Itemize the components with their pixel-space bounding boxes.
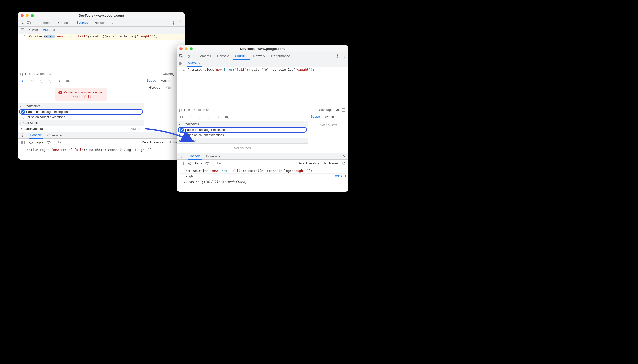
tab-elements[interactable]: Elements xyxy=(36,19,55,26)
tab-console[interactable]: Console xyxy=(56,19,73,26)
inspect-icon[interactable] xyxy=(20,20,25,26)
drawer-kebab-icon[interactable] xyxy=(178,153,184,159)
console-body[interactable]: › Promise.reject(new Error('fail')).catc… xyxy=(18,146,185,160)
kebab-icon[interactable] xyxy=(177,20,183,26)
tab-console[interactable]: Console xyxy=(215,53,232,59)
breakpoints-section[interactable]: Breakpoints xyxy=(18,103,144,109)
svg-point-34 xyxy=(181,155,182,155)
drawer-coverage-tab[interactable]: Coverage xyxy=(205,153,221,159)
callstack-section[interactable]: Call Stack xyxy=(177,138,308,144)
watch-tab[interactable]: Watch xyxy=(161,78,171,84)
console-result[interactable]: Promise {<fulfilled>: undefined} xyxy=(184,180,346,184)
step-icon[interactable] xyxy=(56,78,62,84)
file-tabs: VM30 VM39 ✕ xyxy=(18,27,185,34)
prompt-icon: › xyxy=(20,154,25,158)
log-levels[interactable]: Default levels ▾ xyxy=(142,140,164,144)
close-dot[interactable] xyxy=(179,47,183,50)
resume-icon[interactable] xyxy=(20,78,26,84)
clear-console-icon[interactable] xyxy=(28,140,34,145)
file-tab-vm30[interactable]: VM30 xyxy=(28,27,39,33)
navigator-toggle-icon[interactable] xyxy=(20,27,25,33)
issues-button[interactable]: No Issues xyxy=(324,162,338,165)
device-toggle-icon[interactable] xyxy=(26,20,32,26)
current-frame-icon: ➤ xyxy=(20,127,23,131)
settings-icon[interactable] xyxy=(171,20,176,26)
deactivate-breakpoints-icon[interactable] xyxy=(66,78,71,84)
navigator-toggle-icon[interactable] xyxy=(178,61,184,66)
code-line[interactable]: Promise.reject(new Error('fail')).catch(… xyxy=(28,34,185,40)
file-tab-vm39[interactable]: VM39 ✕ xyxy=(42,27,56,33)
source-editor[interactable]: 1 Promise.reject(new Error('fail')).catc… xyxy=(177,67,348,73)
tab-network[interactable]: Network xyxy=(92,19,109,26)
maximize-dot[interactable] xyxy=(31,14,34,17)
checkbox-caught[interactable] xyxy=(21,116,24,119)
filter-input[interactable] xyxy=(213,161,258,166)
step-over-icon[interactable] xyxy=(29,78,35,84)
drawer-console-tab[interactable]: Console xyxy=(29,132,43,139)
close-tab-icon[interactable]: ✕ xyxy=(198,62,201,65)
collapse-icon[interactable] xyxy=(341,107,346,113)
titlebar[interactable]: DevTools - www.google.com/ xyxy=(177,45,348,52)
tab-performance[interactable]: Performance xyxy=(269,53,292,59)
code-line[interactable]: Promise.reject(new Error('fail')).catch(… xyxy=(187,67,348,73)
scope-tab[interactable]: Scope xyxy=(310,113,320,120)
console-body[interactable]: › Promise.reject(new Error('fail')).catc… xyxy=(177,167,348,192)
pretty-print-icon[interactable]: { } xyxy=(20,72,23,76)
kebab-icon[interactable] xyxy=(341,53,347,59)
step-out-icon[interactable] xyxy=(47,78,53,84)
minimize-dot[interactable] xyxy=(185,47,188,50)
drawer-kebab-icon[interactable] xyxy=(20,132,25,138)
console-settings-icon[interactable] xyxy=(341,161,346,166)
log-levels[interactable]: Default levels ▾ xyxy=(298,161,319,165)
watch-tab[interactable]: Watch xyxy=(324,114,335,120)
window-title: DevTools - www.google.com/ xyxy=(18,14,185,17)
console-sidebar-icon[interactable] xyxy=(20,140,26,145)
log-source-link[interactable]: VM29:1 xyxy=(335,174,346,178)
drawer-console-tab[interactable]: Console xyxy=(188,153,202,160)
filter-input[interactable] xyxy=(54,140,99,145)
device-toggle-icon[interactable] xyxy=(185,53,191,59)
close-dot[interactable] xyxy=(21,14,24,17)
sidebar-tabs: Scope Watch xyxy=(308,113,348,120)
drawer-coverage-tab[interactable]: Coverage xyxy=(46,132,63,138)
titlebar[interactable]: DevTools - www.google.com/ xyxy=(18,12,185,19)
more-tabs-icon[interactable]: » xyxy=(110,20,115,26)
callstack-section[interactable]: Call Stack xyxy=(18,120,144,126)
step-into-icon[interactable] xyxy=(38,78,44,84)
svg-point-3 xyxy=(173,22,174,23)
callstack-frame[interactable]: ➤ (anonymous) VM39:1 xyxy=(18,126,144,132)
pretty-print-icon[interactable]: { } xyxy=(179,108,182,112)
pause-on-uncaught-checkbox[interactable]: Pause on uncaught exceptions xyxy=(178,127,307,133)
pause-on-caught-checkbox[interactable]: Pause on caught exceptions xyxy=(18,115,144,120)
checkbox-uncaught[interactable] xyxy=(180,128,184,132)
live-expression-icon[interactable] xyxy=(205,161,210,166)
breakpoints-section[interactable]: Breakpoints xyxy=(177,121,308,127)
deactivate-breakpoints-icon[interactable] xyxy=(224,114,230,120)
file-tab-vm29[interactable]: VM29 ✕ xyxy=(187,60,202,67)
console-sidebar-icon[interactable] xyxy=(179,161,185,166)
close-tab-icon[interactable]: ✕ xyxy=(53,28,55,32)
more-tabs-icon[interactable]: » xyxy=(294,53,299,59)
pause-on-caught-checkbox[interactable]: Pause on caught exceptions xyxy=(177,133,308,138)
pause-on-uncaught-checkbox[interactable]: Pause on uncaught exceptions xyxy=(19,109,143,115)
window-title: DevTools - www.google.com/ xyxy=(177,47,348,51)
source-editor[interactable]: 1 Promise.reject(new Error('fail')).catc… xyxy=(18,34,185,40)
pause-icon[interactable] xyxy=(179,114,185,120)
tab-elements[interactable]: Elements xyxy=(195,53,214,59)
context-selector[interactable]: top ▾ xyxy=(36,140,43,144)
context-selector[interactable]: top ▾ xyxy=(195,161,202,165)
maximize-dot[interactable] xyxy=(190,47,193,50)
tab-sources[interactable]: Sources xyxy=(233,52,250,60)
tab-network[interactable]: Network xyxy=(251,53,268,59)
live-expression-icon[interactable] xyxy=(46,140,51,145)
inspect-icon[interactable] xyxy=(178,53,184,59)
minimize-dot[interactable] xyxy=(26,14,29,17)
clear-console-icon[interactable] xyxy=(187,161,193,166)
scope-tab[interactable]: Scope xyxy=(146,77,157,84)
tab-sources[interactable]: Sources xyxy=(74,19,91,26)
close-drawer-icon[interactable]: ✕ xyxy=(341,153,347,159)
checkbox-caught[interactable] xyxy=(179,134,183,137)
settings-icon[interactable] xyxy=(335,53,340,59)
step-icon xyxy=(215,114,221,120)
checkbox-uncaught[interactable] xyxy=(21,110,25,114)
